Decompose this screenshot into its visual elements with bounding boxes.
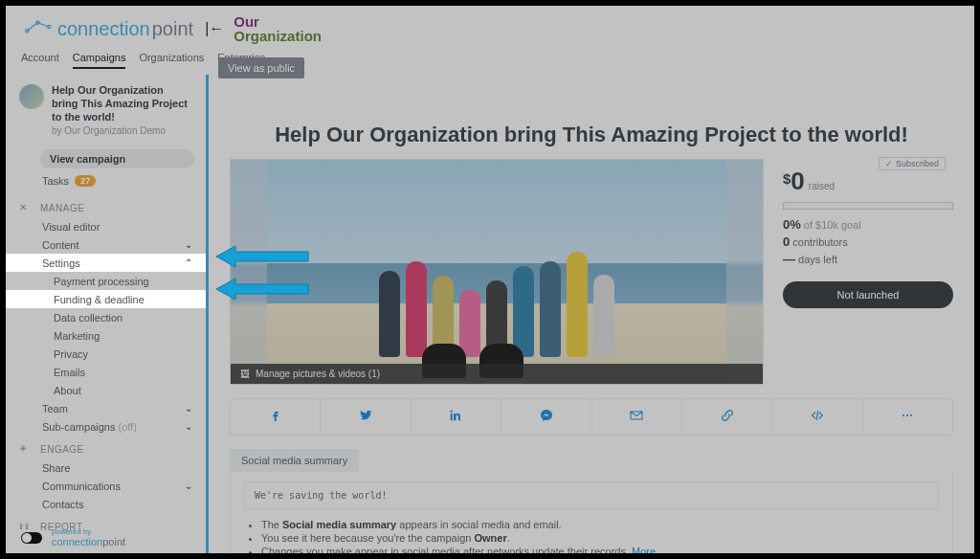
svg-point-4 — [906, 414, 908, 416]
share-twitter[interactable] — [321, 399, 411, 435]
collapse-sidebar-button[interactable]: |← — [205, 20, 224, 37]
sidebar-item-visual-editor[interactable]: Visual editor — [6, 217, 206, 235]
social-summary-text[interactable]: We're saving the world! — [244, 481, 939, 509]
sidebar-item-about[interactable]: About — [6, 381, 206, 399]
svg-marker-7 — [216, 279, 308, 300]
chevron-down-icon: ⌄ — [185, 481, 192, 491]
theme-toggle[interactable] — [21, 532, 42, 544]
powered-by-label: powered by — [52, 528, 125, 536]
tasks-count-badge: 27 — [75, 175, 96, 187]
svg-marker-6 — [216, 246, 308, 267]
sidebar-item-content[interactable]: Content⌄ — [6, 235, 206, 254]
sidebar-item-payment-processing[interactable]: Payment processing — [6, 272, 206, 290]
sidebar-item-sub-campaigns[interactable]: Sub-campaigns (off)⌄ — [6, 417, 206, 436]
share-email[interactable] — [592, 399, 682, 435]
page-title: Help Our Organization bring This Amazing… — [230, 123, 953, 147]
annotation-arrow-settings — [214, 243, 310, 270]
sidebar-item-settings[interactable]: Settings⌃ — [6, 254, 206, 272]
sidebar-item-contacts[interactable]: Contacts — [6, 495, 206, 513]
social-summary-body: We're saving the world! The Social media… — [230, 472, 953, 553]
annotation-arrow-funding — [214, 276, 310, 302]
nav-campaigns[interactable]: Campaigns — [73, 52, 126, 69]
share-section-icon: ✳ — [19, 443, 31, 455]
campaign-thumbnail — [19, 84, 44, 109]
org-title: Our Organization — [234, 14, 322, 43]
campaign-stats: $0raised 0% of $10k goal 0 contributors … — [783, 159, 953, 385]
image-icon: 🖼 — [240, 369, 250, 379]
campaign-by: by Our Organization Demo — [52, 125, 192, 136]
progress-bar — [783, 202, 953, 210]
main-content: Help Our Organization bring This Amazing… — [209, 75, 974, 553]
subscribed-badge[interactable]: ✓ Subscribed — [879, 157, 946, 170]
section-engage: ✳ ENGAGE — [6, 436, 206, 458]
campaign-title[interactable]: Help Our Organization bring This Amazing… — [52, 84, 192, 123]
section-manage: ✕ MANAGE — [6, 194, 206, 217]
sidebar-item-communications[interactable]: Communications⌄ — [6, 477, 206, 495]
share-bar — [230, 398, 953, 436]
svg-point-5 — [910, 414, 912, 416]
sidebar-item-data-collection[interactable]: Data collection — [6, 308, 206, 326]
social-summary-tab[interactable]: Social media summary — [230, 449, 359, 472]
social-summary-more-link[interactable]: More — [632, 546, 656, 553]
share-linkedin[interactable] — [412, 399, 501, 435]
tools-icon: ✕ — [19, 202, 31, 213]
manage-media-button[interactable]: 🖼 Manage pictures & videos (1) — [231, 364, 763, 384]
sidebar-item-funding-deadline[interactable]: Funding & deadline — [6, 290, 206, 308]
sidebar: Help Our Organization bring This Amazing… — [6, 75, 209, 553]
primary-nav: Account Campaigns Organizations Enterpri… — [6, 52, 974, 75]
brand-logo[interactable]: connectionpoint — [13, 14, 203, 44]
sidebar-item-share[interactable]: Share — [6, 458, 206, 477]
sidebar-item-team[interactable]: Team⌄ — [6, 399, 206, 417]
sidebar-item-tasks[interactable]: Tasks 27 — [6, 172, 206, 194]
sidebar-item-privacy[interactable]: Privacy — [6, 345, 206, 363]
sidebar-item-emails[interactable]: Emails — [6, 363, 206, 381]
chevron-down-icon: ⌄ — [185, 421, 192, 432]
logo-icon — [23, 18, 56, 35]
share-facebook[interactable] — [231, 399, 321, 435]
brand-part1: connection — [57, 18, 150, 40]
chevron-down-icon: ⌄ — [185, 239, 192, 250]
tasks-label: Tasks — [42, 175, 69, 187]
share-embed[interactable] — [772, 399, 862, 435]
sidebar-item-marketing[interactable]: Marketing — [6, 326, 206, 345]
hero-media[interactable]: 🖼 Manage pictures & videos (1) — [230, 159, 764, 385]
nav-account[interactable]: Account — [21, 52, 59, 69]
share-link[interactable] — [682, 399, 772, 435]
brand-part2: point — [152, 18, 193, 40]
share-more[interactable] — [863, 399, 952, 435]
nav-organizations[interactable]: Organizations — [139, 52, 204, 69]
chevron-up-icon: ⌃ — [185, 257, 192, 268]
launch-status-button[interactable]: Not launched — [783, 281, 953, 308]
svg-point-3 — [902, 414, 904, 416]
share-messenger[interactable] — [501, 399, 591, 435]
view-campaign-button[interactable]: View campaign — [40, 149, 194, 168]
chevron-down-icon: ⌄ — [185, 403, 192, 414]
